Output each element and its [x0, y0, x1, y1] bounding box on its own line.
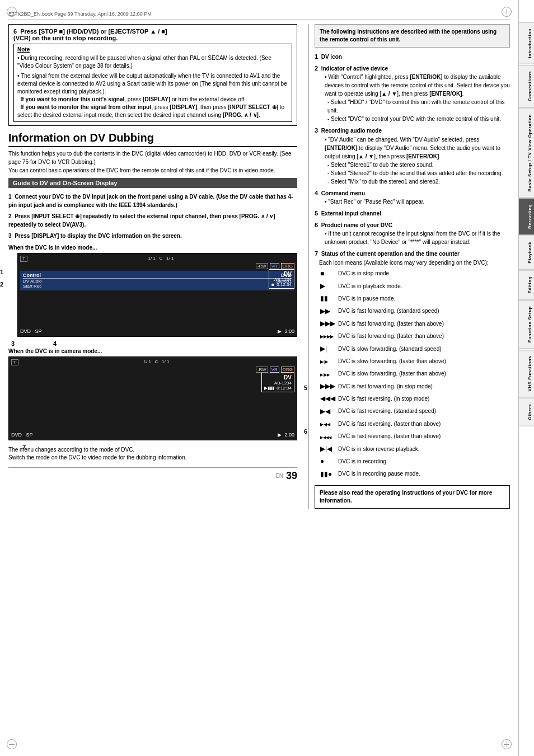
item-1: 1 DV icon [315, 52, 510, 62]
dv-dubbing-section: Information on DV Dubbing This function … [8, 132, 297, 462]
screen2-label: When the DVC is in camera mode... [8, 348, 297, 354]
corner-tl [7, 7, 17, 17]
corner-tr [502, 7, 512, 17]
status-row: ▶|▶▶DVC is slow forwarding. (faster than… [320, 368, 509, 379]
header-line: E3TK2BD_EN.book Page 39 Thursday, April … [8, 11, 510, 20]
left-column: 6 Press [STOP ■] (HDD/DVD) or [EJECT/STO… [8, 24, 303, 509]
status-row: ▶|◀DVC is in slow reverse playback. [320, 443, 509, 454]
footer-note: The menu changes according to the mode o… [8, 446, 297, 462]
tab-introduction[interactable]: Introduction [519, 22, 534, 64]
corner-bl [7, 739, 17, 749]
step6-title: 6 Press [STOP ■] (HDD/DVD) or [EJECT/STO… [13, 28, 292, 41]
top-two-col: 6 Press [STOP ■] (HDD/DVD) or [EJECT/STO… [8, 24, 510, 509]
tab-editing[interactable]: Editing [519, 270, 534, 300]
status-row: ◀◀◀DVC is fast reversing. (in stop mode) [320, 393, 509, 404]
screen-overlay-video: Control DVD DV Audio Stereo1 Start Rec [20, 271, 294, 290]
screen-box-video: T 1/ 1 C 1/ 1 -RW VR ORG [17, 253, 297, 337]
tab-playback[interactable]: Playback [519, 236, 534, 270]
status-row: ▶DVC is in playback mode. [320, 280, 509, 292]
page-en: EN [275, 473, 283, 479]
status-row: ▶▶▶DVC is fast forwarding. (in stop mode… [320, 381, 509, 392]
status-row: ▶▶▶DVC is fast forwarding. (faster than … [320, 318, 509, 329]
step-item-2: 2 Press [INPUT SELECT ⊕] repeatedly to s… [8, 212, 297, 229]
status-row: ▶|▶DVC is slow forwarding. (faster than … [320, 355, 509, 367]
status-row: ▶◀◀DVC is fast reversing. (faster than a… [320, 418, 509, 429]
tab-function-setup[interactable]: Function Setup [519, 300, 534, 349]
diagram-video: 1 2 3 4 T 1/ 1 C 1/ 1 [8, 253, 297, 337]
step-item-1: 1 Connect your DVC to the DV input jack … [8, 192, 297, 209]
item-7: 7 Status of the current operation and th… [315, 249, 510, 481]
item-3: 3 Recording audio mode • "DV Audio" can … [315, 126, 510, 186]
tab-connections[interactable]: Connections [519, 65, 534, 107]
status-row: ■DVC is in stop mode. [320, 268, 509, 279]
also-read-box: Please also read the operating instructi… [315, 485, 510, 509]
item-6: 6 Product name of your DVC • If the unit… [315, 220, 510, 247]
item-5: 5 External input channel [315, 209, 510, 218]
tab-others[interactable]: Others [519, 398, 534, 426]
dv-box: DV AB-1234 ■ 0:12:34 [269, 269, 294, 289]
steps-list: 1 Connect your DVC to the DV input jack … [8, 192, 297, 240]
tab-vhs-functions[interactable]: VHS Functions [519, 350, 534, 397]
note-text: • During recording, recording will be pa… [17, 54, 288, 119]
screen1-label: When the DVC is in video mode... [8, 245, 297, 251]
page-num-area: EN 39 [8, 467, 297, 482]
page-number: 39 [286, 470, 297, 482]
status-row: ●DVC is in recording. [320, 456, 509, 467]
status-row: ▮▮DVC is in pause mode. [320, 293, 509, 304]
screen-diagrams: When the DVC is in video mode... 1 2 3 4… [8, 245, 297, 440]
status-row: ▶◀DVC is fast reversing. (standard speed… [320, 406, 509, 417]
note-label: Note [17, 46, 288, 53]
page-wrapper: E3TK2BD_EN.book Page 39 Thursday, April … [0, 0, 534, 756]
corner-br [502, 739, 512, 749]
right-nav: Introduction Connections Basic Setup / T… [518, 0, 534, 756]
status-table: ■DVC is in stop mode. ▶DVC is in playbac… [319, 267, 510, 481]
right-list: 1 DV icon 2 Indicator of active device •… [315, 52, 510, 481]
item-4: 4 Command menu • "Start Rec" or "Pause R… [315, 189, 510, 206]
note-box: Note • During recording, recording will … [13, 44, 292, 122]
dv-dubbing-title: Information on DV Dubbing [8, 132, 297, 147]
item-2: 2 Indicator of active device • With "Con… [315, 64, 510, 124]
dv-box-camera: DV AB-1234 ▶▮▮▮ 0:12:34 [261, 373, 294, 392]
status-row: ▶▶▶▶DVC is fast forwarding. (faster than… [320, 330, 509, 341]
right-column: The following instructions are described… [308, 24, 510, 509]
screen-box-camera: T 1/ 1 C 1/ 1 -RW VR ORG [8, 356, 297, 440]
instructions-header: The following instructions are described… [315, 24, 510, 48]
tab-recording[interactable]: Recording [519, 198, 534, 235]
step6-section: 6 Press [STOP ■] (HDD/DVD) or [EJECT/STO… [8, 24, 297, 126]
status-row: ▶◀◀◀DVC is fast reversing. (faster than … [320, 431, 509, 442]
guide-box: Guide to DV and On-Screen Display [8, 178, 297, 188]
page-main: E3TK2BD_EN.book Page 39 Thursday, April … [0, 0, 518, 756]
status-row: ▶▶DVC is fast forwarding. (standard spee… [320, 306, 509, 317]
status-row: ▶|DVC is slow forwarding. (standard spee… [320, 343, 509, 354]
step-item-3: 3 Press [DISPLAY] to display the DVC inf… [8, 232, 297, 240]
status-row: ▮▮●DVC is in recording pause mode. [320, 468, 509, 480]
tab-basic-setup[interactable]: Basic Setup / TV View Operation [519, 108, 534, 198]
diagram-camera: 5 6 7 T 1/ 1 C 1/ 1 -RW [8, 356, 297, 440]
dv-dubbing-desc: This function helps you to dub the conte… [8, 149, 297, 175]
